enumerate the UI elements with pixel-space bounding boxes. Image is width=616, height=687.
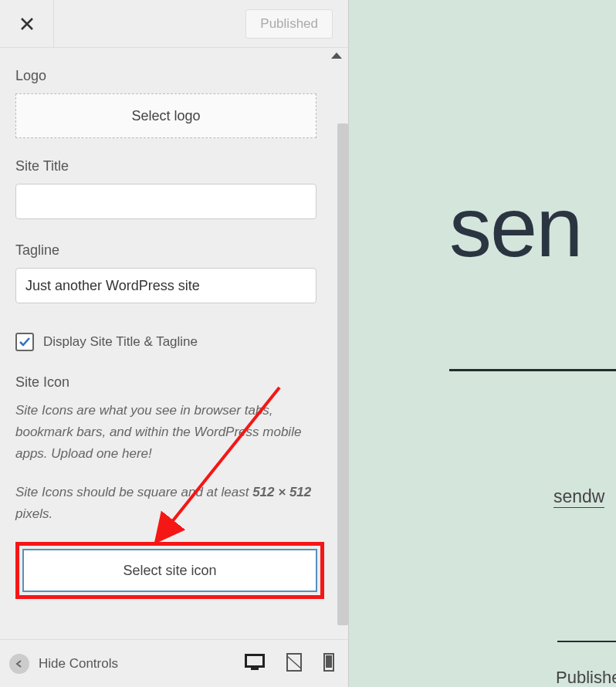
close-icon — [20, 17, 34, 31]
svg-rect-3 — [251, 668, 259, 670]
checkmark-icon — [19, 336, 31, 348]
hide-controls-label: Hide Controls — [39, 656, 118, 672]
svg-line-5 — [287, 656, 301, 668]
display-toggle-label: Display Site Title & Tagline — [43, 334, 198, 350]
device-preview-switcher — [245, 653, 334, 675]
site-preview: sen sendw Publishe — [349, 0, 616, 687]
select-logo-button[interactable]: Select logo — [15, 93, 316, 138]
preview-published-text: Publishe — [556, 668, 616, 687]
site-icon-desc-2: Site Icons should be square and at least… — [15, 482, 316, 525]
tagline-input[interactable] — [15, 268, 316, 303]
sidebar-footer: Hide Controls — [0, 639, 348, 687]
display-toggle-checkbox[interactable] — [15, 333, 34, 351]
preview-divider-2 — [557, 641, 616, 642]
customizer-sidebar: Published Logo Select logo Site Title Ta… — [0, 0, 349, 687]
preview-site-title: sen — [449, 178, 581, 276]
preview-link[interactable]: sendw — [553, 486, 604, 508]
collapse-icon — [9, 654, 29, 674]
display-toggle-row: Display Site Title & Tagline — [15, 333, 333, 351]
mobile-icon[interactable] — [323, 653, 334, 675]
site-icon-highlight: Select site icon — [15, 542, 324, 599]
svg-rect-7 — [326, 655, 332, 668]
preview-divider-1 — [449, 369, 616, 371]
tagline-label: Tagline — [15, 242, 333, 259]
site-icon-label: Site Icon — [15, 374, 333, 391]
select-site-icon-button[interactable]: Select site icon — [22, 549, 317, 592]
controls-panel: Logo Select logo Site Title Tagline Disp… — [0, 48, 348, 639]
svg-rect-2 — [247, 656, 262, 665]
site-title-input[interactable] — [15, 184, 316, 219]
close-button[interactable] — [0, 0, 54, 48]
desktop-icon[interactable] — [245, 654, 265, 674]
site-icon-desc-1: Site Icons are what you see in browser t… — [15, 400, 316, 465]
hide-controls-button[interactable]: Hide Controls — [9, 654, 118, 674]
published-button: Published — [245, 9, 333, 39]
site-title-label: Site Title — [15, 158, 333, 174]
sidebar-header: Published — [0, 0, 348, 48]
logo-label: Logo — [15, 68, 333, 84]
tablet-icon[interactable] — [286, 653, 302, 675]
